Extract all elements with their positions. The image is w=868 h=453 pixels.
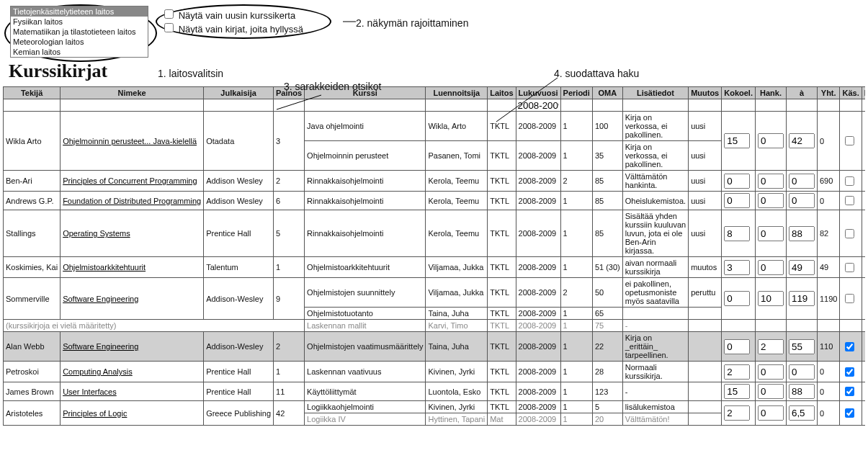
hank-input[interactable] bbox=[758, 291, 784, 306]
filter-input[interactable] bbox=[862, 99, 865, 111]
publisher: Prentice Hall bbox=[204, 382, 274, 401]
filter-input[interactable] bbox=[561, 99, 592, 111]
hank-input[interactable] bbox=[758, 260, 784, 275]
handled-checkbox[interactable] bbox=[845, 196, 854, 205]
muutos bbox=[689, 413, 722, 426]
kokoel-input[interactable] bbox=[724, 226, 750, 241]
filter-input[interactable] bbox=[818, 99, 839, 111]
kokoel-input[interactable] bbox=[724, 339, 750, 354]
col-header[interactable]: Lisätiedot bbox=[622, 87, 688, 99]
kokoel-input[interactable] bbox=[724, 405, 750, 421]
filter-input[interactable] bbox=[756, 99, 786, 111]
col-header[interactable]: Käs. bbox=[840, 87, 862, 99]
dept-option[interactable]: Matematiikan ja tilastotieteen laitos bbox=[11, 27, 148, 37]
comment bbox=[862, 382, 865, 401]
handled-checkbox[interactable] bbox=[845, 367, 854, 377]
col-header[interactable]: Kokoel. bbox=[722, 87, 756, 99]
title-link[interactable]: Operating Systems bbox=[61, 210, 204, 257]
year: 2008-2009 bbox=[516, 382, 560, 401]
col-header[interactable]: à bbox=[786, 87, 817, 99]
handled-checkbox[interactable] bbox=[845, 176, 854, 186]
price-input[interactable] bbox=[789, 193, 815, 208]
department-select[interactable]: Tietojenkäsittelytieteen laitosFysiikan … bbox=[10, 6, 148, 58]
oma: 85 bbox=[592, 192, 622, 210]
cb-shelf[interactable]: Näytä vain kirjat, joita hyllyssä bbox=[161, 21, 303, 35]
title-link[interactable]: Principles of Concurrent Programming bbox=[61, 171, 204, 192]
col-header[interactable]: Hank. bbox=[755, 87, 786, 99]
col-header[interactable]: Tekijä bbox=[4, 87, 61, 99]
handled-checkbox[interactable] bbox=[845, 136, 854, 145]
filter-input[interactable] bbox=[61, 99, 203, 111]
filter-input[interactable] bbox=[305, 99, 425, 111]
col-header[interactable]: Kommentti bbox=[862, 87, 865, 99]
title-link[interactable]: Principles of Logic bbox=[61, 401, 204, 426]
filter-input[interactable] bbox=[426, 99, 487, 111]
dept-option[interactable]: Kemian laitos bbox=[11, 47, 148, 57]
filter-input[interactable] bbox=[689, 99, 721, 111]
handled-checkbox[interactable] bbox=[845, 263, 854, 272]
cb-latest[interactable]: Näytä vain uusin kurssikerta bbox=[161, 7, 303, 21]
title-link[interactable]: Ohjelmistoarkkitehtuurit bbox=[61, 257, 204, 278]
col-header[interactable]: Lukuvuosi bbox=[516, 87, 560, 99]
hank-input[interactable] bbox=[758, 364, 784, 380]
handled-checkbox[interactable] bbox=[845, 229, 854, 238]
price-input[interactable] bbox=[789, 384, 815, 399]
price-input[interactable] bbox=[789, 260, 815, 275]
hank-input[interactable] bbox=[758, 405, 784, 421]
kokoel-input[interactable] bbox=[724, 384, 750, 399]
handled-checkbox[interactable] bbox=[845, 408, 854, 418]
dept-option[interactable]: Tietojenkäsittelytieteen laitos bbox=[11, 6, 148, 17]
col-header[interactable]: Luennoitsija bbox=[426, 87, 488, 99]
title-link[interactable]: Software Engineering bbox=[61, 278, 204, 320]
title-link[interactable]: Ohjelmoinnin perusteet... Java-kielellä bbox=[61, 112, 204, 171]
price-input[interactable] bbox=[789, 364, 815, 380]
filter-input[interactable] bbox=[623, 99, 688, 111]
title-link[interactable]: Foundation of Distributed Programming bbox=[61, 192, 204, 210]
kokoel-input[interactable] bbox=[724, 291, 750, 306]
handled-checkbox[interactable] bbox=[845, 294, 854, 303]
kokoel-input[interactable] bbox=[724, 260, 750, 275]
filter-input[interactable] bbox=[593, 99, 622, 111]
total: 0 bbox=[817, 192, 839, 210]
price-input[interactable] bbox=[789, 339, 815, 354]
filter-input[interactable] bbox=[787, 99, 817, 111]
hank-input[interactable] bbox=[758, 174, 784, 189]
filter-input[interactable] bbox=[840, 99, 861, 111]
filter-input[interactable] bbox=[274, 99, 304, 111]
hank-input[interactable] bbox=[758, 339, 784, 354]
title-link[interactable]: Software Engineering bbox=[61, 332, 204, 362]
kokoel-input[interactable] bbox=[724, 174, 750, 189]
price-input[interactable] bbox=[789, 174, 815, 189]
filter-input[interactable] bbox=[204, 99, 273, 111]
col-header[interactable]: Laitos bbox=[488, 87, 516, 99]
col-header[interactable]: OMA bbox=[592, 87, 622, 99]
title-link[interactable]: User Interfaces bbox=[61, 382, 204, 401]
col-header[interactable]: Yht. bbox=[817, 87, 839, 99]
handled-checkbox[interactable] bbox=[845, 387, 854, 396]
dept-option[interactable]: Fysiikan laitos bbox=[11, 17, 148, 27]
col-header[interactable]: Julkaisija bbox=[204, 87, 274, 99]
col-header[interactable]: Nimeke bbox=[61, 87, 204, 99]
price-input[interactable] bbox=[789, 405, 815, 421]
title-link[interactable]: Computing Analysis bbox=[61, 362, 204, 382]
filter-input[interactable] bbox=[516, 99, 560, 111]
price-input[interactable] bbox=[789, 291, 815, 306]
muutos: uusi bbox=[689, 171, 722, 192]
col-header[interactable]: Muutos bbox=[689, 87, 722, 99]
filter-input[interactable] bbox=[488, 99, 515, 111]
kokoel-input[interactable] bbox=[724, 133, 750, 148]
kokoel-input[interactable] bbox=[724, 364, 750, 380]
dept-option[interactable]: Meteorologian laitos bbox=[11, 37, 148, 47]
hank-input[interactable] bbox=[758, 226, 784, 241]
table-row: Wikla ArtoOhjelmoinnin perusteet... Java… bbox=[4, 112, 866, 141]
hank-input[interactable] bbox=[758, 193, 784, 208]
price-input[interactable] bbox=[789, 133, 815, 148]
hank-input[interactable] bbox=[758, 133, 784, 148]
kokoel-input[interactable] bbox=[724, 193, 750, 208]
filter-input[interactable] bbox=[722, 99, 755, 111]
filter-input[interactable] bbox=[4, 99, 60, 111]
col-header[interactable]: Periodi bbox=[560, 87, 592, 99]
handled-checkbox[interactable] bbox=[845, 342, 854, 351]
hank-input[interactable] bbox=[758, 384, 784, 399]
price-input[interactable] bbox=[789, 226, 815, 241]
